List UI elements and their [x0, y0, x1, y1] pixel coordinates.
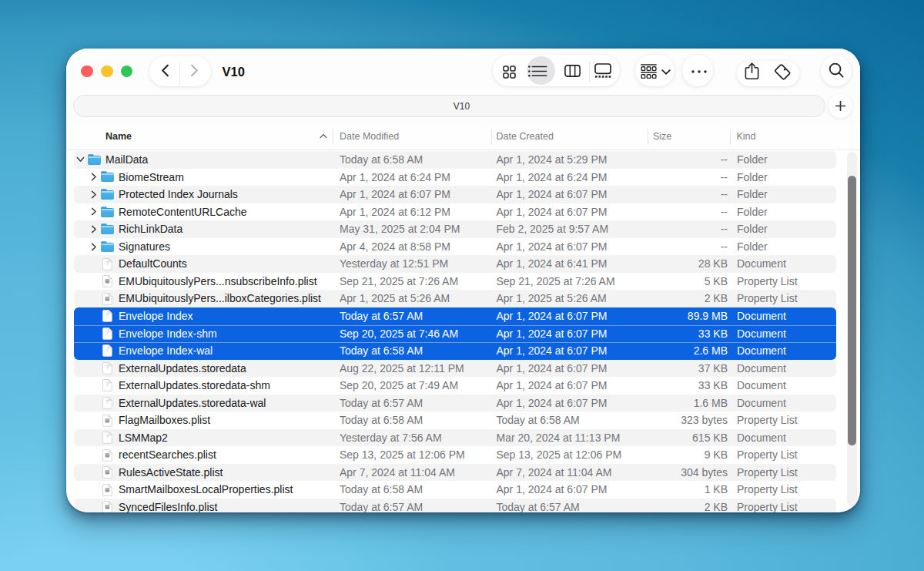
- svg-text:?: ?: [105, 347, 109, 352]
- svg-text:?: ?: [105, 260, 109, 265]
- svg-text:?: ?: [105, 312, 109, 317]
- svg-text:?: ?: [105, 364, 109, 369]
- svg-text:?: ?: [105, 434, 109, 439]
- svg-text:?: ?: [105, 399, 109, 405]
- svg-text:?: ?: [105, 381, 109, 387]
- svg-text:?: ?: [105, 329, 109, 334]
